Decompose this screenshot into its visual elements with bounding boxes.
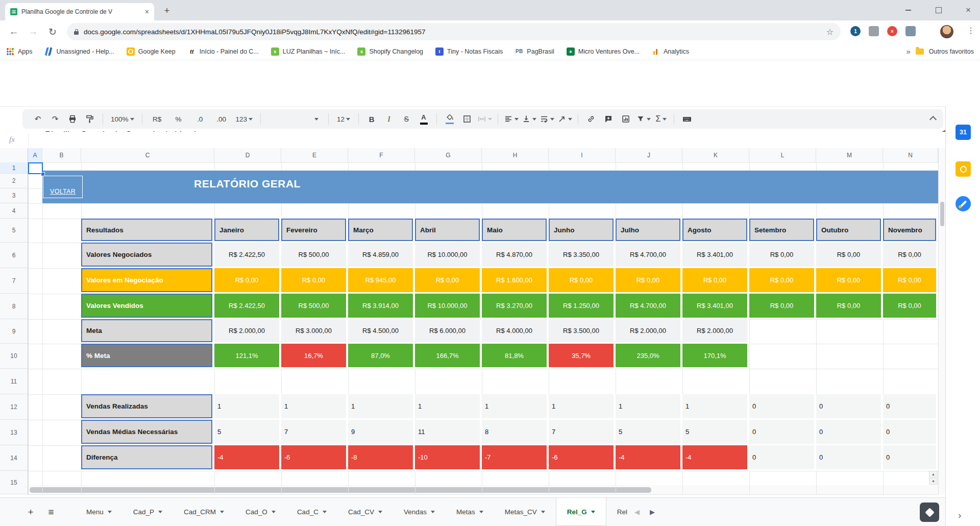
value-cell[interactable]: R$ 3.270,00 xyxy=(482,294,549,319)
value-cell[interactable]: -8 xyxy=(348,445,415,471)
value-cell[interactable]: 9 xyxy=(348,420,415,445)
scroll-up-button[interactable]: ▲ xyxy=(929,471,938,477)
month-header-cell[interactable]: Novembro xyxy=(883,219,938,243)
value-cell[interactable]: R$ 2.422,50 xyxy=(214,243,281,268)
month-header-cell[interactable]: Junho xyxy=(549,219,616,243)
month-header-cell[interactable]: Fevereiro xyxy=(281,219,348,243)
value-cell[interactable]: R$ 0,00 xyxy=(883,294,938,319)
month-header-cell[interactable]: Março xyxy=(348,219,415,243)
value-cell[interactable]: R$ 6.000,00 xyxy=(415,319,482,344)
collapse-panel-icon[interactable]: › xyxy=(958,510,961,521)
value-cell[interactable]: R$ 0,00 xyxy=(749,294,816,319)
tasks-icon[interactable] xyxy=(955,196,971,211)
value-cell[interactable]: 0 xyxy=(749,394,816,420)
value-cell[interactable]: 0 xyxy=(883,420,938,445)
value-cell[interactable]: R$ 3.000,00 xyxy=(281,319,348,344)
selection-fill-handle[interactable] xyxy=(41,172,45,176)
value-cell[interactable]: 121,1% xyxy=(214,344,281,369)
value-cell[interactable]: 11 xyxy=(415,420,482,445)
value-cell[interactable]: R$ 4.870,00 xyxy=(482,243,549,268)
value-cell[interactable]: R$ 0,00 xyxy=(816,243,883,268)
value-cell[interactable]: R$ 3.401,00 xyxy=(682,243,749,268)
value-cell[interactable]: 166,7% xyxy=(415,344,482,369)
value-cell[interactable]: R$ 500,00 xyxy=(281,243,348,268)
value-cell[interactable]: R$ 4.000,00 xyxy=(482,319,549,344)
value-cell[interactable]: R$ 0,00 xyxy=(214,268,281,294)
keep-icon[interactable] xyxy=(955,161,971,177)
month-header-cell[interactable]: Maio xyxy=(482,219,549,243)
value-cell[interactable]: R$ 0,00 xyxy=(749,243,816,268)
value-cell[interactable]: R$ 0,00 xyxy=(816,294,883,319)
value-cell[interactable]: 170,1% xyxy=(682,344,749,369)
value-cell[interactable]: R$ 3.350,00 xyxy=(549,243,616,268)
value-cell[interactable]: R$ 500,00 xyxy=(281,294,348,319)
value-cell[interactable]: R$ 4.859,00 xyxy=(348,243,415,268)
results-header-cell[interactable]: Resultados xyxy=(81,219,214,243)
row-label-cell[interactable]: Valores em Negociação xyxy=(81,268,214,294)
row-label-cell[interactable]: Vendas Médias Necessárias xyxy=(81,420,214,445)
value-cell[interactable]: R$ 0,00 xyxy=(816,268,883,294)
value-cell[interactable]: -4 xyxy=(682,445,749,471)
value-cell[interactable]: R$ 0,00 xyxy=(749,268,816,294)
value-cell[interactable]: 1 xyxy=(415,394,482,420)
value-cell[interactable]: R$ 0,00 xyxy=(616,268,682,294)
value-cell[interactable]: -6 xyxy=(549,445,616,471)
value-cell[interactable]: R$ 2.000,00 xyxy=(616,319,682,344)
value-cell[interactable]: 1 xyxy=(281,394,348,420)
browser-menu-icon[interactable]: ⋮ xyxy=(967,26,975,35)
value-cell[interactable]: 5 xyxy=(616,420,682,445)
value-cell[interactable]: R$ 4.700,00 xyxy=(616,243,682,268)
value-cell[interactable]: -4 xyxy=(616,445,682,471)
voltar-back-button[interactable]: VOLTAR xyxy=(43,176,83,198)
month-header-cell[interactable]: Setembro xyxy=(749,219,816,243)
value-cell[interactable]: 0 xyxy=(883,394,938,420)
value-cell[interactable]: R$ 0,00 xyxy=(682,268,749,294)
value-cell[interactable]: 16,7% xyxy=(281,344,348,369)
value-cell[interactable]: R$ 945,00 xyxy=(348,268,415,294)
month-header-cell[interactable]: Julho xyxy=(616,219,682,243)
value-cell[interactable]: 5 xyxy=(214,420,281,445)
value-cell[interactable]: 87,0% xyxy=(348,344,415,369)
month-header-cell[interactable]: Abril xyxy=(415,219,482,243)
value-cell[interactable]: R$ 3.401,00 xyxy=(682,294,749,319)
value-cell[interactable]: 1 xyxy=(549,394,616,420)
value-cell[interactable]: R$ 1.250,00 xyxy=(549,294,616,319)
value-cell[interactable]: 35,7% xyxy=(549,344,616,369)
value-cell[interactable]: 235,0% xyxy=(616,344,682,369)
calendar-icon[interactable]: 31 xyxy=(955,125,971,140)
value-cell[interactable]: 0 xyxy=(749,420,816,445)
value-cell[interactable]: R$ 3.500,00 xyxy=(549,319,616,344)
value-cell[interactable]: R$ 4.500,00 xyxy=(348,319,415,344)
row-label-cell[interactable]: Valores Negociados xyxy=(81,243,214,268)
value-cell[interactable]: 1 xyxy=(616,394,682,420)
scroll-down-button[interactable]: ▼ xyxy=(929,478,938,485)
value-cell[interactable]: R$ 0,00 xyxy=(883,268,938,294)
value-cell[interactable]: R$ 3.914,00 xyxy=(348,294,415,319)
value-cell[interactable]: 81,8% xyxy=(482,344,549,369)
row-label-cell[interactable]: Meta xyxy=(81,319,214,344)
value-cell[interactable]: 1 xyxy=(682,394,749,420)
value-cell[interactable]: R$ 4.700,00 xyxy=(616,294,682,319)
value-cell[interactable]: 1 xyxy=(214,394,281,420)
value-cell[interactable]: R$ 10.000,00 xyxy=(415,243,482,268)
month-header-cell[interactable]: Janeiro xyxy=(214,219,281,243)
month-header-cell[interactable]: Outubro xyxy=(816,219,883,243)
value-cell[interactable]: -4 xyxy=(214,445,281,471)
row-label-cell[interactable]: Valores Vendidos xyxy=(81,294,214,319)
value-cell[interactable]: R$ 2.000,00 xyxy=(682,319,749,344)
value-cell[interactable]: 7 xyxy=(549,420,616,445)
value-cell[interactable]: 7 xyxy=(281,420,348,445)
value-cell[interactable]: -10 xyxy=(415,445,482,471)
value-cell[interactable]: R$ 0,00 xyxy=(281,268,348,294)
value-cell[interactable]: 0 xyxy=(816,420,883,445)
value-cell[interactable]: 5 xyxy=(682,420,749,445)
value-cell[interactable]: 0 xyxy=(816,394,883,420)
value-cell[interactable]: 0 xyxy=(883,445,938,471)
value-cell[interactable]: R$ 0,00 xyxy=(415,268,482,294)
value-cell[interactable]: R$ 1.600,00 xyxy=(482,268,549,294)
value-cell[interactable]: 0 xyxy=(749,445,816,471)
value-cell[interactable]: -6 xyxy=(281,445,348,471)
value-cell[interactable]: 1 xyxy=(348,394,415,420)
value-cell[interactable]: R$ 2.422,50 xyxy=(214,294,281,319)
value-cell[interactable]: R$ 2.000,00 xyxy=(214,319,281,344)
